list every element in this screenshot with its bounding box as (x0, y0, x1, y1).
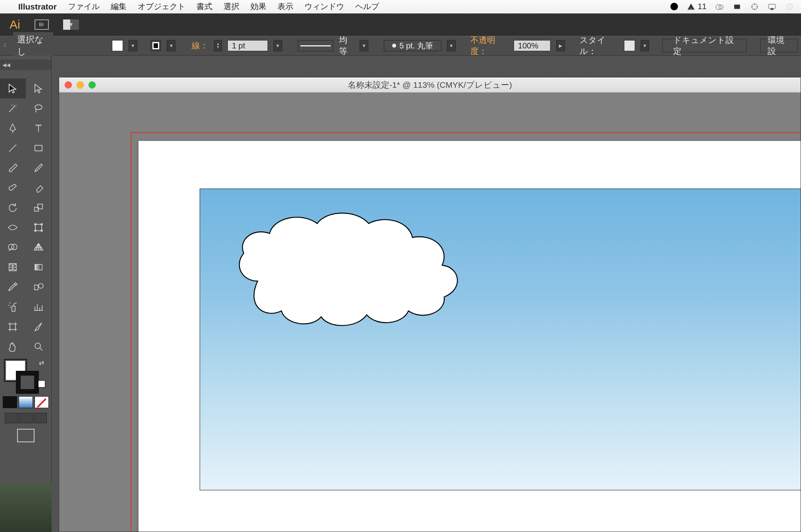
column-graph-tool[interactable] (26, 297, 52, 317)
window-close-button[interactable] (65, 81, 72, 89)
line-segment-tool[interactable] (0, 138, 26, 158)
stroke-profile-dropdown[interactable]: ▼ (360, 40, 368, 51)
tools-grip-icon[interactable]: ::::::: (0, 70, 51, 79)
scale-tool[interactable] (26, 198, 52, 218)
eyedropper-tool[interactable] (0, 277, 26, 297)
zoom-tool[interactable] (26, 337, 52, 357)
blend-tool[interactable] (26, 277, 52, 297)
notification-count: 11 (698, 2, 707, 11)
color-mode-none[interactable] (35, 396, 49, 408)
stroke-weight-input[interactable]: 1 pt (227, 40, 268, 51)
shape-builder-tool[interactable] (0, 237, 26, 257)
color-mode-gradient[interactable] (19, 396, 33, 408)
opacity-label[interactable]: 不透明度： (470, 35, 508, 57)
slice-tool[interactable] (26, 317, 52, 337)
rectangle-tool[interactable] (26, 138, 52, 158)
menu-edit[interactable]: 編集 (111, 1, 127, 12)
menu-effect[interactable]: 効果 (250, 1, 266, 12)
stroke-label[interactable]: 線： (192, 40, 208, 51)
bridge-button[interactable]: Br (35, 19, 49, 30)
perspective-grid-tool[interactable] (26, 237, 52, 257)
tools-collapse-button[interactable]: ◀◀ (0, 60, 51, 70)
direct-selection-tool[interactable] (26, 79, 52, 98)
stroke-color-swatch[interactable] (16, 371, 39, 394)
stroke-profile-preview[interactable] (298, 40, 334, 51)
artboard-tool[interactable] (0, 317, 26, 337)
cloud-artwork[interactable] (222, 202, 472, 333)
stroke-weight-dropdown[interactable]: ▼ (273, 40, 282, 51)
rotate-tool[interactable] (0, 198, 26, 218)
selection-tool[interactable] (0, 79, 26, 98)
lasso-tool[interactable] (26, 98, 52, 118)
draw-normal-mode[interactable] (17, 429, 35, 442)
stroke-weight-stepper[interactable]: ▲▼ (214, 40, 222, 51)
panel-grip-icon[interactable]: ⠿ (3, 43, 6, 48)
menu-file[interactable]: ファイル (68, 1, 100, 12)
menu-object[interactable]: オブジェクト (138, 1, 185, 12)
spinner-icon[interactable] (750, 3, 759, 11)
eraser-tool[interactable] (26, 178, 52, 198)
menu-window[interactable]: ウィンドウ (304, 1, 344, 12)
desktop-background-peek (0, 484, 52, 532)
document-setup-button[interactable]: ドキュメント設定 (662, 39, 746, 52)
graphic-style-swatch[interactable] (624, 40, 635, 51)
screen-mode-full-menu[interactable] (19, 413, 33, 423)
pencil-tool[interactable] (26, 158, 52, 178)
arrange-documents-button[interactable]: ▼ (63, 19, 74, 30)
screen-mode-full[interactable] (33, 413, 47, 423)
brush-definition[interactable]: 5 pt. 丸筆 (384, 40, 441, 51)
stroke-dropdown[interactable]: ▼ (167, 40, 175, 51)
symbol-sprayer-tool[interactable] (0, 297, 26, 317)
paintbrush-tool[interactable] (0, 158, 26, 178)
color-mode-solid[interactable] (3, 396, 17, 408)
svg-point-0 (716, 4, 721, 10)
menu-view[interactable]: 表示 (277, 1, 293, 12)
selection-indicator: 選択なし (13, 32, 53, 59)
svg-point-6 (35, 105, 42, 110)
hand-tool[interactable] (0, 337, 26, 357)
macos-menubar: Illustrator ファイル 編集 オブジェクト 書式 選択 効果 表示 ウ… (0, 0, 801, 13)
type-tool[interactable] (26, 118, 52, 138)
pen-tool[interactable] (0, 118, 26, 138)
time-machine-icon[interactable] (785, 3, 794, 11)
creative-cloud-icon[interactable] (715, 3, 724, 11)
fill-dropdown[interactable]: ▼ (129, 40, 137, 51)
window-zoom-button[interactable] (89, 81, 96, 89)
control-bar: ⠿ 選択なし ▼ ▼ 線： ▲▼ 1 pt ▼ 均等 ▼ 5 pt. 丸筆 ▼ … (0, 36, 801, 56)
fill-stroke-indicator[interactable]: ⇄ (0, 357, 51, 395)
draw-mode-row (0, 426, 51, 447)
menu-type[interactable]: 書式 (196, 1, 212, 12)
opacity-dropdown[interactable]: ▶ (556, 40, 565, 51)
default-fill-stroke-icon[interactable] (38, 380, 45, 387)
swap-fill-stroke-icon[interactable]: ⇄ (39, 359, 44, 366)
magic-wand-tool[interactable] (0, 98, 26, 118)
preferences-button[interactable]: 環境設 (760, 39, 798, 52)
fill-swatch[interactable] (112, 40, 123, 51)
blob-brush-tool[interactable] (0, 178, 26, 198)
document-titlebar[interactable]: 名称未設定-1* @ 113% (CMYK/プレビュー) (59, 77, 801, 93)
sync-extension-icon[interactable] (733, 3, 741, 11)
window-minimize-button[interactable] (77, 81, 84, 89)
app-header: Ai Br ▼ (0, 13, 801, 36)
workspace-area: ◀◀ ::::::: (0, 56, 801, 532)
mesh-tool[interactable] (0, 257, 26, 277)
stroke-swatch[interactable] (150, 40, 161, 51)
svg-rect-22 (10, 324, 15, 330)
adobe-notifications[interactable]: 11 (687, 2, 707, 11)
brush-dropdown[interactable]: ▼ (447, 40, 456, 51)
free-transform-tool[interactable] (26, 218, 52, 237)
status-dot-icon[interactable] (670, 3, 678, 10)
airplay-icon[interactable] (768, 3, 776, 11)
width-tool[interactable] (0, 218, 26, 237)
svg-point-23 (35, 343, 40, 349)
graphic-style-dropdown[interactable]: ▼ (641, 40, 649, 51)
gradient-tool[interactable] (26, 257, 52, 277)
menu-help[interactable]: ヘルプ (355, 1, 379, 12)
canvas-area[interactable] (59, 93, 801, 532)
opacity-input[interactable]: 100% (514, 40, 551, 51)
menu-select[interactable]: 選択 (223, 1, 239, 12)
document-window: 名称未設定-1* @ 113% (CMYK/プレビュー) (59, 77, 801, 532)
app-menu[interactable]: Illustrator (18, 2, 57, 12)
tools-panel: ◀◀ ::::::: (0, 56, 52, 532)
screen-mode-normal[interactable] (5, 413, 18, 423)
